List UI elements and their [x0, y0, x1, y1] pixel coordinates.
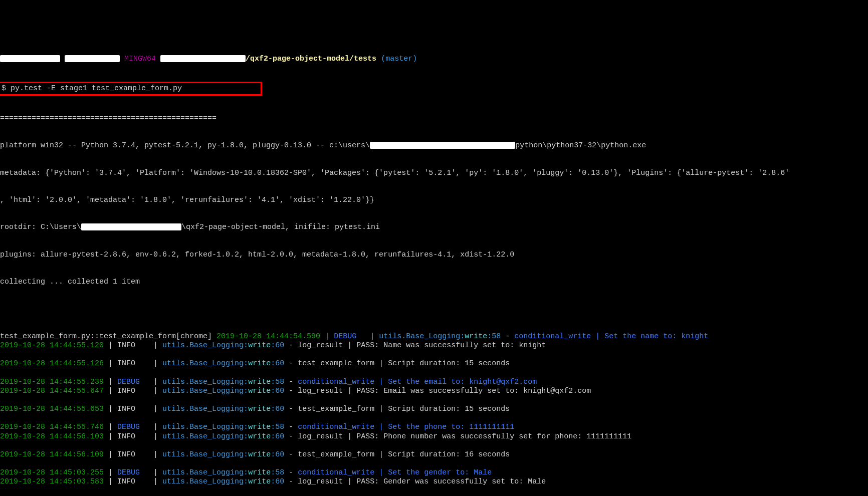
log-output: test_example_form.py::test_example_form[… — [0, 332, 868, 496]
highlighted-command: $ py.test -E stage1 test_example_form.py — [0, 82, 262, 96]
blank-line — [0, 305, 868, 314]
log-line — [0, 350, 868, 359]
git-branch: (master) — [381, 55, 417, 63]
log-line: 2019-10-28 14:44:56.103 | INFO | utils.B… — [0, 432, 868, 441]
log-line: 2019-10-28 14:44:56.109 | INFO | utils.B… — [0, 450, 868, 459]
rootdir-line: rootdir: C:\Users\\qxf2-page-object-mode… — [0, 223, 868, 232]
prompt-line: MINGW64 /qxf2-page-object-model/tests (m… — [0, 55, 868, 64]
platform-line: platform win32 -- Python 3.7.4, pytest-5… — [0, 141, 868, 150]
log-line — [0, 486, 868, 495]
log-line — [0, 396, 868, 405]
log-line: 2019-10-28 14:44:55.647 | INFO | utils.B… — [0, 387, 868, 396]
log-line — [0, 414, 868, 423]
terminal-output[interactable]: MINGW64 /qxf2-page-object-model/tests (m… — [0, 37, 868, 496]
mingw-label: MINGW64 — [124, 55, 156, 63]
command-line: $ py.test -E stage1 test_example_form.py — [0, 82, 868, 96]
log-line: test_example_form.py::test_example_form[… — [0, 332, 868, 341]
plugins-line: plugins: allure-pytest-2.8.6, env-0.6.2,… — [0, 251, 868, 260]
log-line: 2019-10-28 14:45:03.583 | INFO | utils.B… — [0, 477, 868, 486]
log-line — [0, 441, 868, 450]
log-line: 2019-10-28 14:44:55.746 | DEBUG | utils.… — [0, 423, 868, 432]
log-line: 2019-10-28 14:44:55.239 | DEBUG | utils.… — [0, 378, 868, 387]
log-line: 2019-10-28 14:44:55.653 | INFO | utils.B… — [0, 405, 868, 414]
log-line — [0, 369, 868, 378]
separator-line: ========================================… — [0, 114, 868, 123]
log-line — [0, 459, 868, 468]
cwd-path: /qxf2-page-object-model/tests — [246, 55, 376, 63]
metadata-line-2: , 'html': '2.0.0', 'metadata': '1.8.0', … — [0, 196, 868, 205]
collecting-line: collecting ... collected 1 item — [0, 278, 868, 287]
log-line: 2019-10-28 14:45:03.255 | DEBUG | utils.… — [0, 468, 868, 477]
metadata-line-1: metadata: {'Python': '3.7.4', 'Platform'… — [0, 169, 868, 178]
log-line: 2019-10-28 14:44:55.120 | INFO | utils.B… — [0, 341, 868, 350]
log-line: 2019-10-28 14:44:55.126 | INFO | utils.B… — [0, 359, 868, 368]
